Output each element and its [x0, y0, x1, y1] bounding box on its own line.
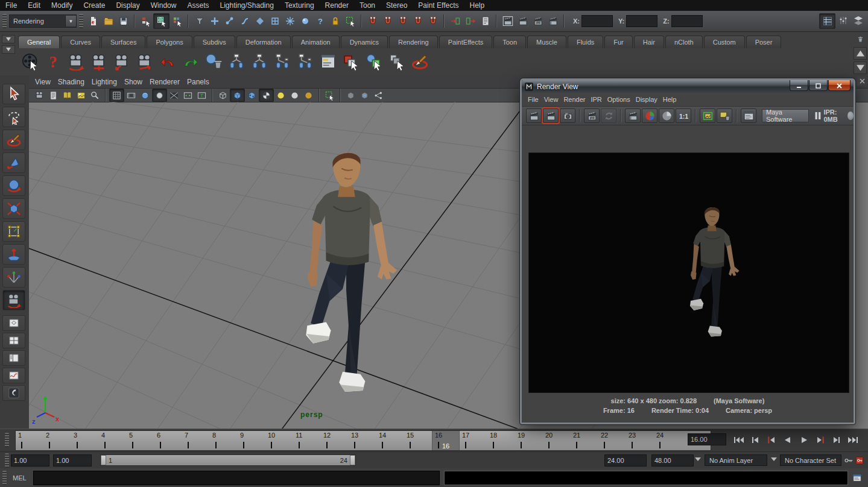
shelf-trash-icon[interactable] — [854, 34, 866, 45]
character-set-dropdown-icon[interactable] — [771, 457, 777, 461]
input-connections-icon[interactable] — [448, 14, 463, 28]
viewport-menu-view[interactable]: View — [35, 78, 58, 86]
mask-deformations-icon[interactable] — [267, 14, 282, 28]
ipr-render-icon[interactable]: IPR — [530, 14, 545, 28]
shelf-camera-zoom-icon[interactable] — [134, 51, 155, 72]
image-plane-icon[interactable] — [74, 89, 88, 101]
alpha-channel-icon[interactable] — [659, 108, 674, 123]
play-forwards-button[interactable] — [796, 432, 812, 447]
last-tool-camera[interactable] — [2, 290, 25, 310]
step-forward-frame-button[interactable] — [829, 432, 844, 447]
timeline-frame-14[interactable]: 14 — [376, 431, 404, 450]
smooth-shade-mode-icon[interactable] — [230, 89, 245, 102]
playback-end-field[interactable] — [604, 454, 647, 467]
render-current-frame-icon[interactable] — [515, 14, 530, 28]
bookmarks-icon[interactable] — [60, 89, 74, 101]
shelf-tab-polygons[interactable]: Polygons — [147, 36, 192, 48]
shelf-unparent-icon[interactable] — [294, 51, 315, 72]
shelf-redo-icon[interactable] — [180, 51, 201, 72]
rotate-tool[interactable] — [2, 175, 25, 196]
flat-lighting-icon[interactable] — [288, 89, 302, 101]
shelf-tab-deformation[interactable]: Deformation — [236, 36, 291, 48]
construction-history-icon[interactable] — [478, 14, 493, 28]
layout-graph-persp[interactable] — [2, 368, 25, 383]
remove-image-icon[interactable] — [717, 108, 732, 123]
menu-item-window[interactable]: Window — [145, 1, 182, 10]
render-view-menu-options[interactable]: Options — [607, 96, 636, 103]
ipr-render-icon[interactable]: IPR — [584, 108, 600, 123]
menu-item-modify[interactable]: Modify — [46, 1, 78, 10]
shelf-tab-fluids[interactable]: Fluids — [568, 36, 603, 48]
snap-to-view-icon[interactable] — [425, 14, 440, 28]
timeline-frame-19[interactable]: 19 — [515, 431, 543, 450]
tool-settings-toggle-icon[interactable] — [835, 13, 851, 28]
status-line-grip[interactable] — [79, 14, 83, 28]
viewport-menu-lighting[interactable]: Lighting — [92, 78, 124, 86]
anim-layer-selector[interactable]: No Anim Layer — [705, 454, 767, 466]
channel-box-toggle-icon[interactable] — [819, 13, 835, 29]
timeline-frame-9[interactable]: 9 — [238, 431, 265, 450]
shelf-tab-menu-icon[interactable] — [2, 35, 15, 43]
mask-joints-icon[interactable] — [222, 14, 237, 28]
play-backwards-button[interactable] — [780, 432, 796, 447]
shelf-duplicate-icon[interactable] — [340, 51, 361, 72]
soft-modification-tool[interactable] — [2, 244, 25, 265]
redo-previous-render-icon[interactable] — [526, 108, 542, 123]
timeline-frame-3[interactable]: 3 — [71, 431, 99, 450]
mask-handles-icon[interactable] — [207, 14, 222, 28]
snap-to-curve-icon[interactable] — [380, 14, 395, 28]
select-by-hierarchy-icon[interactable] — [138, 14, 153, 28]
menu-item-toon[interactable]: Toon — [354, 1, 381, 10]
viewport-menu-panels[interactable]: Panels — [187, 78, 217, 86]
timeline-frame-2[interactable]: 2 — [43, 431, 71, 450]
gate-mask-icon[interactable] — [152, 89, 167, 102]
move-tool[interactable] — [2, 152, 25, 173]
coord-y-field[interactable] — [626, 15, 657, 27]
lock-selection-icon[interactable] — [328, 14, 343, 28]
snap-to-grid-icon[interactable] — [365, 14, 380, 28]
timeline-frame-12[interactable]: 12 — [321, 431, 349, 450]
menu-item-paint-effects[interactable]: Paint Effects — [413, 1, 464, 10]
highlight-selection-icon[interactable] — [343, 14, 358, 28]
layout-outliner-persp[interactable] — [2, 350, 25, 366]
close-button[interactable] — [828, 80, 851, 91]
render-view-menu-display[interactable]: Display — [636, 96, 663, 103]
mask-surfaces-icon[interactable] — [252, 14, 267, 28]
select-camera-icon[interactable] — [33, 89, 46, 101]
snap-to-plane-icon[interactable] — [410, 14, 425, 28]
timeline-frame-22[interactable]: 22 — [598, 431, 626, 450]
timeline-frame-20[interactable]: 20 — [543, 431, 571, 450]
no-lights-icon[interactable] — [302, 89, 315, 101]
timeline-frame-17[interactable]: 17 — [460, 431, 487, 450]
mask-dynamics-icon[interactable] — [282, 14, 297, 28]
shelf-help-icon[interactable]: ? — [42, 51, 63, 72]
playback-start-field[interactable] — [53, 454, 92, 467]
select-tool[interactable] — [2, 84, 25, 104]
script-editor-icon[interactable] — [852, 472, 863, 484]
keep-image-icon[interactable] — [700, 108, 715, 123]
safe-title-icon[interactable]: T — [195, 89, 209, 101]
render-view-menu-render[interactable]: Render — [563, 96, 591, 103]
textured-mode-icon[interactable] — [245, 89, 259, 101]
grid-toggle-icon[interactable] — [109, 89, 124, 102]
resolution-gate-icon[interactable] — [138, 89, 152, 101]
attribute-editor-toggle-icon[interactable] — [851, 13, 866, 28]
auto-keyframe-icon[interactable] — [854, 454, 865, 466]
step-back-frame-button[interactable] — [747, 432, 763, 447]
menu-item-texturing[interactable]: Texturing — [279, 1, 320, 10]
new-scene-icon[interactable] — [86, 14, 101, 28]
mask-misc-icon[interactable]: ? — [312, 14, 328, 28]
shelf-tab-toon[interactable]: Toon — [493, 36, 526, 48]
viewport-menu-show[interactable]: Show — [124, 78, 150, 86]
refresh-ipr-icon[interactable] — [601, 108, 616, 123]
field-chart-icon[interactable] — [167, 89, 181, 101]
menu-item-create[interactable]: Create — [78, 1, 110, 10]
menu-set-selector[interactable]: Rendering ▼ — [9, 14, 77, 28]
status-line-grip[interactable] — [2, 14, 7, 28]
shelf-tab-rendering[interactable]: Rendering — [389, 36, 438, 48]
isolate-select-icon[interactable] — [323, 89, 337, 101]
shelf-tab-custom[interactable]: Custom — [704, 36, 745, 48]
timeline-frame-5[interactable]: 5 — [127, 431, 154, 450]
shelf-parent-icon[interactable] — [271, 51, 293, 72]
render-settings-icon[interactable] — [545, 14, 560, 28]
